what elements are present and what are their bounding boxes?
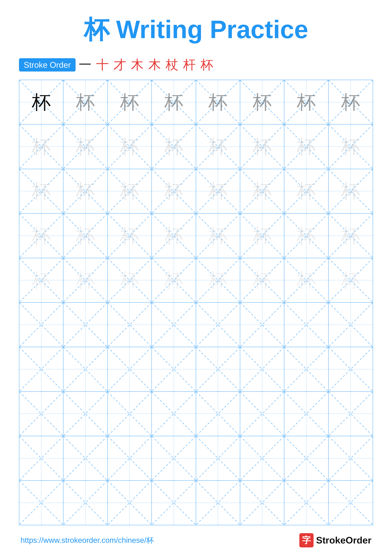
grid-cell-r4-c1[interactable]: 杯 (64, 258, 107, 302)
grid-cell-r6-c6[interactable] (284, 347, 328, 391)
cell-v-guide (174, 481, 174, 525)
grid-cell-r2-c4[interactable]: 杯 (196, 169, 240, 213)
grid-cell-r3-c6[interactable]: 杯 (284, 214, 328, 258)
grid-cell-r1-c1[interactable]: 杯 (64, 124, 107, 169)
grid-cell-r2-c3[interactable]: 杯 (152, 169, 196, 213)
grid-cell-r6-c0[interactable] (19, 347, 64, 391)
char-guide: 杯 (253, 137, 272, 156)
grid-cell-r8-c2[interactable] (108, 436, 152, 480)
grid-cell-r9-c5[interactable] (240, 481, 284, 525)
char-guide: 杯 (164, 137, 183, 156)
grid-cell-r4-c3[interactable]: 杯 (152, 258, 196, 302)
grid-cell-r7-c7[interactable] (328, 392, 373, 436)
grid-cell-r9-c6[interactable] (284, 481, 328, 525)
grid-cell-r9-c0[interactable] (19, 481, 64, 525)
grid-cell-r3-c7[interactable]: 杯 (328, 214, 373, 258)
grid-cell-r5-c7[interactable] (328, 303, 373, 347)
grid-cell-r1-c7[interactable]: 杯 (328, 124, 373, 169)
grid-cell-r4-c4[interactable]: 杯 (196, 258, 240, 302)
grid-cell-r7-c5[interactable] (240, 392, 284, 436)
grid-cell-r5-c4[interactable] (196, 303, 240, 347)
grid-cell-r2-c0[interactable]: 杯 (19, 169, 64, 213)
cell-v-guide (174, 303, 174, 347)
grid-cell-r1-c2[interactable]: 杯 (108, 124, 152, 169)
grid-cell-r7-c0[interactable] (19, 392, 64, 436)
char-guide: 杯 (253, 271, 272, 290)
cell-v-guide (350, 392, 351, 436)
grid-cell-r4-c6[interactable]: 杯 (284, 258, 328, 302)
grid-cell-r5-c6[interactable] (284, 303, 328, 347)
grid-cell-r1-c4[interactable]: 杯 (196, 124, 240, 169)
grid-cell-r6-c2[interactable] (108, 347, 152, 391)
grid-cell-r3-c5[interactable]: 杯 (240, 214, 284, 258)
grid-cell-r5-c3[interactable] (152, 303, 196, 347)
stroke-3: 才 (114, 56, 126, 73)
grid-cell-r3-c4[interactable]: 杯 (196, 214, 240, 258)
stroke-7: 杆 (183, 56, 196, 73)
grid-cell-r7-c1[interactable] (64, 392, 107, 436)
grid-cell-r2-c1[interactable]: 杯 (64, 169, 107, 213)
cell-v-guide (129, 392, 130, 436)
grid-cell-r6-c1[interactable] (64, 347, 107, 391)
stroke-5: 木 (148, 56, 161, 73)
grid-cell-r7-c4[interactable] (196, 392, 240, 436)
char-guide: 杯 (208, 226, 227, 245)
char-guide: 杯 (120, 93, 139, 112)
grid-cell-r0-c7[interactable]: 杯 (328, 80, 373, 124)
grid-cell-r7-c6[interactable] (284, 392, 328, 436)
grid-cell-r8-c1[interactable] (64, 436, 107, 480)
grid-cell-r0-c0[interactable]: 杯 (19, 80, 64, 124)
grid-cell-r9-c7[interactable] (328, 481, 373, 525)
grid-cell-r9-c3[interactable] (152, 481, 196, 525)
grid-cell-r9-c2[interactable] (108, 481, 152, 525)
grid-cell-r4-c0[interactable]: 杯 (19, 258, 64, 302)
cell-v-guide (218, 347, 218, 391)
grid-cell-r0-c5[interactable]: 杯 (240, 80, 284, 124)
cell-v-guide (129, 436, 130, 480)
grid-cell-r5-c5[interactable] (240, 303, 284, 347)
grid-cell-r0-c6[interactable]: 杯 (284, 80, 328, 124)
grid-cell-r9-c1[interactable] (64, 481, 107, 525)
grid-cell-r8-c5[interactable] (240, 436, 284, 480)
grid-cell-r3-c0[interactable]: 杯 (19, 214, 64, 258)
grid-cell-r5-c0[interactable] (19, 303, 64, 347)
grid-cell-r2-c5[interactable]: 杯 (240, 169, 284, 213)
grid-cell-r4-c7[interactable]: 杯 (328, 258, 373, 302)
grid-cell-r3-c3[interactable]: 杯 (152, 214, 196, 258)
grid-cell-r4-c5[interactable]: 杯 (240, 258, 284, 302)
grid-cell-r1-c5[interactable]: 杯 (240, 124, 284, 169)
writing-grid[interactable]: 杯杯杯杯杯杯杯杯杯杯杯杯杯杯杯杯杯杯杯杯杯杯杯杯杯杯杯杯杯杯杯杯杯杯杯杯杯杯杯杯 (19, 80, 373, 525)
grid-cell-r6-c7[interactable] (328, 347, 373, 391)
grid-cell-r1-c6[interactable]: 杯 (284, 124, 328, 169)
grid-cell-r5-c2[interactable] (108, 303, 152, 347)
grid-cell-r1-c0[interactable]: 杯 (19, 124, 64, 169)
grid-cell-r2-c7[interactable]: 杯 (328, 169, 373, 213)
char-guide: 杯 (253, 93, 272, 112)
grid-cell-r0-c2[interactable]: 杯 (108, 80, 152, 124)
grid-cell-r0-c1[interactable]: 杯 (64, 80, 107, 124)
grid-cell-r8-c3[interactable] (152, 436, 196, 480)
grid-cell-r3-c2[interactable]: 杯 (108, 214, 152, 258)
cell-v-guide (85, 392, 86, 436)
grid-cell-r8-c7[interactable] (328, 436, 373, 480)
grid-cell-r1-c3[interactable]: 杯 (152, 124, 196, 169)
grid-cell-r6-c5[interactable] (240, 347, 284, 391)
char-guide: 杯 (164, 226, 183, 245)
grid-cell-r2-c2[interactable]: 杯 (108, 169, 152, 213)
grid-cell-r0-c3[interactable]: 杯 (152, 80, 196, 124)
grid-cell-r7-c2[interactable] (108, 392, 152, 436)
grid-cell-r8-c0[interactable] (19, 436, 64, 480)
grid-cell-r0-c4[interactable]: 杯 (196, 80, 240, 124)
grid-cell-r2-c6[interactable]: 杯 (284, 169, 328, 213)
grid-cell-r8-c6[interactable] (284, 436, 328, 480)
grid-cell-r9-c4[interactable] (196, 481, 240, 525)
grid-cell-r7-c3[interactable] (152, 392, 196, 436)
grid-cell-r4-c2[interactable]: 杯 (108, 258, 152, 302)
grid-cell-r5-c1[interactable] (64, 303, 107, 347)
grid-cell-r6-c4[interactable] (196, 347, 240, 391)
grid-cell-r6-c3[interactable] (152, 347, 196, 391)
grid-cell-r3-c1[interactable]: 杯 (64, 214, 107, 258)
cell-v-guide (218, 481, 218, 525)
grid-cell-r8-c4[interactable] (196, 436, 240, 480)
char-guide: 杯 (76, 93, 95, 112)
